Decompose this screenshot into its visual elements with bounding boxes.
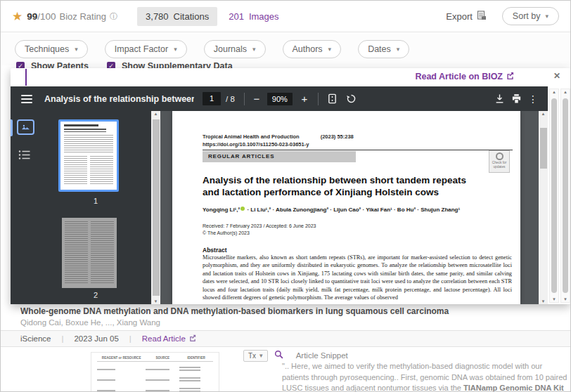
scrollbar-thumb[interactable] — [153, 119, 160, 296]
zoom-out-button[interactable]: − — [252, 93, 261, 105]
pdf-page-1: Tropical Animal Health and Production (2… — [172, 111, 520, 304]
first-author: Yongqing Li¹,² — [203, 207, 240, 213]
orcid-icon — [240, 207, 245, 211]
scroll-down-icon[interactable]: ▼ — [550, 297, 558, 301]
bioz-rating-star-icon: ★ — [12, 9, 23, 24]
pdf-sidebar-strip — [11, 111, 40, 304]
scroll-down-icon[interactable]: ▼ — [539, 299, 548, 303]
active-panel-indicator — [11, 119, 13, 136]
tab-images[interactable]: 201 Images — [229, 11, 278, 22]
snippet-product-bold: TIANamp Genomic DNA Kit — [463, 384, 564, 392]
figure-table-row — [97, 388, 213, 392]
outer-scrollbar[interactable]: ▲ ▼ — [560, 89, 570, 303]
info-icon[interactable]: ⓘ — [110, 11, 117, 22]
filter-journals[interactable]: Journals ▾ — [204, 40, 266, 58]
journal-name: Tropical Animal Health and Production — [203, 133, 300, 140]
more-options-icon[interactable]: ⋮ — [528, 93, 538, 105]
rotate-icon[interactable] — [346, 93, 357, 104]
snippet-heading: Article Snippet — [296, 351, 348, 360]
thumbnail-scrollbar[interactable]: ▲ ▼ — [151, 111, 160, 304]
chevron-down-icon: ▾ — [545, 13, 548, 20]
toolbar-divider — [318, 93, 319, 105]
fit-page-icon[interactable] — [327, 93, 338, 104]
scroll-down-icon[interactable]: ▼ — [561, 297, 570, 301]
external-link-icon — [506, 72, 514, 81]
citation-title[interactable]: Whole-genome DNA methylation and DNA met… — [20, 306, 449, 316]
filter-label: Authors — [293, 44, 323, 54]
thumbnail-label: 2 — [40, 291, 151, 299]
pdf-main-view: Tropical Animal Health and Production (2… — [160, 111, 539, 304]
paper-authors: Yongqing Li¹,² · Li Liu¹,² · Abula Zunon… — [203, 207, 460, 213]
read-on-bioz-label: Read Article on BIOZ — [415, 72, 503, 81]
page-thumbnail-1[interactable] — [58, 119, 119, 192]
journal-issue: (2023) 55:238 — [321, 133, 354, 140]
citation-authors: Qidong Cai, Boxue He, ..., Xiang Wang — [20, 318, 160, 327]
paper-title-line2: and lactation performance of Xinjiang Ho… — [203, 186, 466, 198]
toolbar-divider — [244, 93, 245, 105]
figure-col-header: REAGENT or RESOURCE — [97, 356, 146, 360]
copyright-line: © The Author(s) 2023 — [203, 230, 316, 237]
export-csv-icon — [477, 11, 487, 22]
other-authors: · Li Liu¹,² · Abula Zunongjiang² · Lijun… — [245, 207, 460, 213]
tab-citations[interactable]: 3,780 Citations — [137, 7, 217, 26]
scrollbar-thumb[interactable] — [551, 98, 557, 293]
filter-label: Journals — [214, 44, 247, 54]
menu-icon[interactable] — [21, 93, 32, 105]
pdf-scrollbar[interactable]: ▲ ▼ — [539, 111, 548, 304]
figure-col-header: SOURCE — [146, 356, 179, 360]
pdf-toolbar: Analysis of the relationship between sho… — [11, 86, 548, 111]
citations-label: Citations — [174, 11, 210, 22]
pdf-viewer: Analysis of the relationship between sho… — [11, 86, 548, 304]
search-icon[interactable] — [274, 349, 283, 362]
thumbnail-panel: 1 2 — [40, 111, 151, 304]
page-number-input[interactable]: 1 — [203, 92, 221, 105]
filter-dates[interactable]: Dates ▾ — [358, 40, 409, 58]
export-label: Export — [446, 11, 473, 22]
read-article-link[interactable]: Read Article — [142, 334, 196, 343]
check-updates-text: Check for — [489, 161, 509, 165]
figure-table-row — [97, 377, 213, 383]
download-icon[interactable] — [494, 93, 505, 104]
scrollbar-thumb[interactable] — [540, 128, 547, 169]
chevron-down-icon: ▾ — [259, 352, 263, 359]
figure-col-header: IDENTIFIER — [179, 356, 213, 360]
close-icon[interactable]: ✕ — [553, 71, 560, 81]
scrollbar-thumb[interactable] — [563, 98, 568, 293]
paper-dates: Received: 7 February 2023 / Accepted: 6 … — [203, 223, 316, 236]
scroll-up-icon[interactable]: ▲ — [561, 90, 570, 94]
export-button[interactable]: Export — [446, 11, 487, 22]
top-bar: ★ 99 /100 Bioz Rating ⓘ 3,780 Citations … — [1, 1, 570, 32]
scroll-up-icon[interactable]: ▲ — [151, 112, 160, 116]
modal-scrollbar[interactable]: ▲ ▼ — [549, 89, 559, 303]
text-size-dropdown[interactable]: Tx ▾ — [243, 350, 268, 362]
outline-panel-icon[interactable] — [18, 150, 31, 163]
thumbnails-panel-icon[interactable] — [17, 119, 34, 135]
zoom-level: 90% — [267, 93, 293, 105]
read-on-bioz-link[interactable]: Read Article on BIOZ — [415, 72, 514, 81]
read-article-label: Read Article — [142, 334, 186, 343]
zoom-in-button[interactable]: + — [300, 93, 309, 105]
sort-by-dropdown[interactable]: Sort by ▾ — [502, 7, 559, 25]
scroll-down-icon[interactable]: ▼ — [151, 299, 160, 303]
crossmark-icon — [496, 152, 503, 160]
rating-total: /100 — [37, 11, 56, 22]
filter-authors[interactable]: Authors ▾ — [283, 40, 342, 58]
filter-impact-factor[interactable]: Impact Factor ▾ — [105, 40, 187, 58]
chevron-down-icon: ▾ — [174, 46, 177, 53]
print-icon[interactable] — [511, 93, 522, 104]
images-label: Images — [249, 11, 279, 22]
citation-journal: iScience — [20, 334, 51, 343]
scroll-up-icon[interactable]: ▲ — [550, 90, 558, 94]
scroll-up-icon[interactable]: ▲ — [539, 112, 548, 116]
section-label: REGULAR ARTICLES — [203, 151, 356, 162]
filter-techniques[interactable]: Techniques ▾ — [15, 40, 88, 58]
paper-title-line1: Analysis of the relationship between sho… — [203, 174, 466, 186]
received-line: Received: 7 February 2023 / Accepted: 6 … — [203, 223, 316, 230]
page-thumbnail-2[interactable] — [62, 218, 117, 288]
snippet-controls: Tx ▾ Article Snippet — [243, 349, 348, 362]
images-count: 201 — [229, 11, 244, 22]
figure-thumbnail[interactable]: REAGENT or RESOURCE SOURCE IDENTIFIER — [91, 352, 219, 392]
check-updates-text: updates — [489, 165, 509, 169]
snippet-text: ".. Here, we aimed to verify the methyla… — [282, 361, 567, 392]
meta-separator: | — [129, 334, 131, 343]
